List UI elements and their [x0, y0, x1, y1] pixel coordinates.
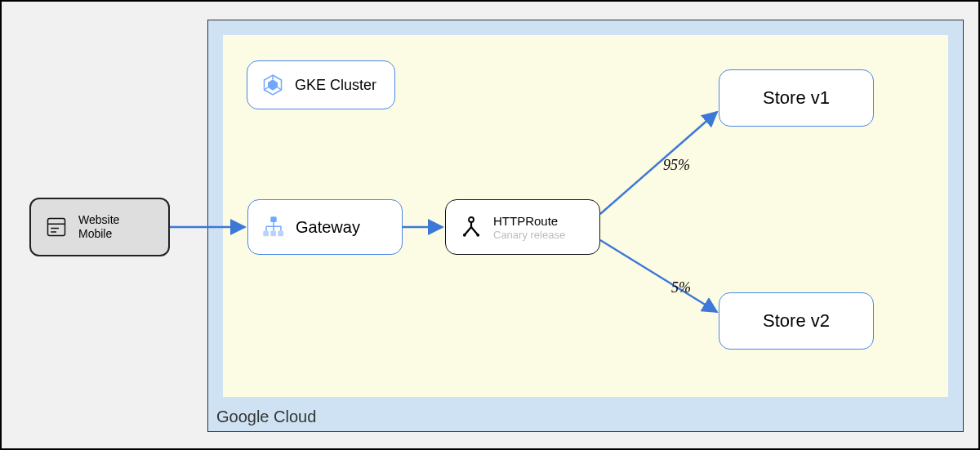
svg-rect-11 — [270, 231, 276, 237]
split-icon — [459, 215, 483, 239]
svg-rect-10 — [263, 231, 269, 237]
edge-label-v2: 5% — [671, 279, 691, 296]
store-v2-node: Store v2 — [719, 292, 874, 350]
google-cloud-label: Google Cloud — [216, 408, 316, 426]
gateway-node: Gateway — [247, 199, 403, 255]
httproute-node: HTTPRoute Canary release — [445, 199, 600, 255]
client-node: Website Mobile — [29, 198, 170, 256]
svg-rect-5 — [48, 219, 65, 236]
gateway-label: Gateway — [296, 218, 360, 237]
svg-marker-1 — [268, 79, 278, 91]
client-line1: Website — [78, 213, 119, 227]
svg-line-21 — [471, 227, 478, 235]
store-v1-node: Store v1 — [719, 69, 874, 127]
store-v1-label: Store v1 — [763, 87, 830, 109]
store-v2-label: Store v2 — [763, 310, 830, 332]
page-icon — [44, 215, 69, 239]
httproute-sub: Canary release — [493, 229, 565, 241]
loadbalancer-icon — [261, 215, 286, 239]
gke-icon — [261, 73, 285, 97]
gke-cluster-label: GKE Cluster — [295, 77, 376, 94]
svg-rect-9 — [270, 216, 277, 222]
httproute-label: HTTPRoute — [493, 214, 565, 229]
svg-line-20 — [465, 227, 471, 235]
svg-point-18 — [469, 217, 474, 222]
svg-point-23 — [476, 234, 479, 237]
diagram-canvas: Google Cloud GKE Cluster Websit — [0, 0, 980, 450]
svg-rect-12 — [278, 231, 283, 237]
edge-label-v1: 95% — [663, 157, 690, 174]
svg-point-22 — [463, 234, 466, 237]
gke-cluster-node: GKE Cluster — [247, 60, 395, 109]
client-line2: Mobile — [78, 227, 119, 241]
